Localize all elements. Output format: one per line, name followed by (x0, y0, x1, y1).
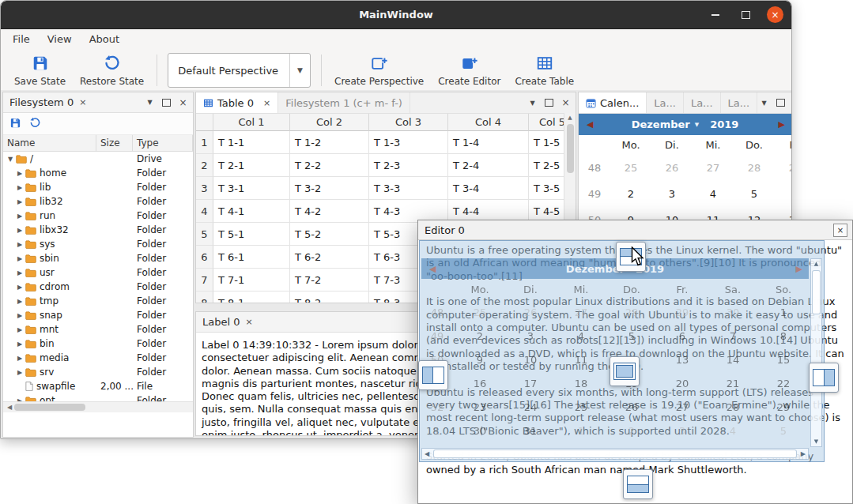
calendar-day[interactable]: 28 (734, 155, 775, 181)
tree-row[interactable]: ▼/Drive (3, 152, 193, 166)
create-table-button[interactable]: Create Table (508, 53, 581, 88)
tree-row[interactable]: ▶snapFolder (3, 308, 193, 322)
scrollbar-thumb[interactable] (567, 124, 574, 173)
save-state-button[interactable]: Save State (7, 53, 73, 88)
tree-collapsed-icon[interactable]: ▶ (15, 312, 25, 319)
table-cell[interactable]: T 5-1 (213, 223, 290, 246)
tab-filesystem-1[interactable]: Filesystem 1 (c+ m- f-) (278, 92, 410, 113)
calendar-day[interactable]: 3 (651, 181, 693, 207)
tree-row[interactable]: ▶mediaFolder (3, 351, 193, 365)
menu-about[interactable]: About (81, 29, 128, 50)
tree-collapsed-icon[interactable]: ▶ (15, 170, 25, 177)
table-column-header[interactable]: Col 4 (448, 114, 529, 131)
tree-row[interactable]: ▶usrFolder (3, 265, 193, 280)
calendar-year[interactable]: 2019 (710, 118, 738, 130)
tab-close-icon[interactable]: × (79, 97, 86, 107)
tree-row[interactable]: ▶srvFolder (3, 365, 193, 379)
tree-row[interactable]: ▶libx32Folder (3, 223, 193, 237)
dock-float-button[interactable] (160, 96, 173, 109)
close-button[interactable]: × (767, 6, 783, 23)
calendar-day[interactable]: 27 (693, 155, 734, 181)
titlebar[interactable]: MainWindow × (1, 1, 791, 29)
table-cell[interactable]: T 2-3 (369, 154, 448, 177)
tree-collapsed-icon[interactable]: ▶ (15, 255, 25, 262)
table-cell[interactable]: T 1-2 (290, 131, 369, 154)
editor-titlebar[interactable]: Editor 0 × (418, 220, 852, 240)
dock-float-button[interactable] (774, 96, 787, 110)
table-cell[interactable]: T 4-1 (213, 200, 290, 223)
table-row-number[interactable]: 5 (196, 223, 213, 246)
table-row-number[interactable]: 2 (196, 154, 213, 177)
table-cell[interactable]: T 8-1 (213, 291, 290, 303)
tree-row[interactable]: ▶optFolder (3, 393, 193, 401)
tree-collapsed-icon[interactable]: ▶ (15, 397, 25, 402)
tree-row[interactable]: ▶sbinFolder (3, 251, 193, 265)
table-cell[interactable]: T 5-2 (290, 223, 369, 246)
maximize-button[interactable] (737, 6, 754, 24)
table-column-header[interactable]: Col 2 (290, 114, 369, 131)
tree-row[interactable]: ▶lib32Folder (3, 194, 193, 209)
table-cell[interactable]: T 1-3 (369, 131, 448, 154)
calendar-day[interactable]: 6 (775, 181, 792, 207)
table-cell[interactable]: T 7-2 (290, 269, 369, 291)
next-month-button[interactable]: ▶ (779, 119, 785, 130)
table-cell[interactable]: T 1-4 (448, 131, 529, 154)
dock-menu-button[interactable]: ▼ (526, 96, 539, 110)
tree-collapsed-icon[interactable]: ▶ (15, 298, 25, 305)
calendar-day[interactable]: 26 (651, 155, 693, 181)
tree-expanded-icon[interactable]: ▼ (6, 156, 15, 163)
restore-state-button[interactable]: Restore State (73, 53, 151, 88)
tab-calendar[interactable]: Calen... (579, 92, 647, 113)
calendar-day[interactable]: 4 (693, 181, 734, 207)
table-column-header[interactable]: Col 3 (369, 114, 448, 131)
filesystem-dock-titlebar[interactable]: Filesystem 0 × ▼ × (3, 92, 193, 113)
table-cell[interactable]: T 3-2 (290, 177, 369, 200)
column-header-type[interactable]: Type (133, 135, 193, 151)
table-cell[interactable]: T 3-3 (369, 177, 448, 200)
tree-row[interactable]: ▶binFolder (3, 337, 193, 351)
tree-row[interactable]: ▶cdromFolder (3, 280, 193, 294)
tree-collapsed-icon[interactable]: ▶ (15, 184, 25, 191)
table-column-header[interactable]: Col 1 (213, 114, 290, 131)
tree-row[interactable]: ▶homeFolder (3, 166, 193, 180)
tree-row[interactable]: ▶sysFolder (3, 237, 193, 251)
scroll-left-icon[interactable]: ◀ (5, 404, 14, 411)
save-icon[interactable] (9, 117, 21, 131)
dock-close-button[interactable]: × (791, 96, 792, 110)
drop-indicator-right[interactable] (809, 363, 839, 393)
tree-collapsed-icon[interactable]: ▶ (15, 284, 25, 291)
tree-collapsed-icon[interactable]: ▶ (15, 198, 25, 205)
tree-row[interactable]: ▶runFolder (3, 209, 193, 223)
dock-close-button[interactable]: × (559, 96, 572, 110)
tab-close-icon[interactable]: × (245, 317, 252, 327)
calendar-day[interactable]: 25 (610, 155, 651, 181)
calendar-day[interactable]: 2 (610, 181, 651, 207)
calendar-month[interactable]: Dezember (632, 118, 690, 130)
table-cell[interactable]: T 2-2 (290, 154, 369, 177)
prev-month-button[interactable]: ◀ (587, 119, 593, 130)
restore-icon[interactable] (29, 117, 41, 131)
tab-close-icon[interactable]: × (263, 98, 270, 108)
drop-indicator-left[interactable] (418, 360, 448, 390)
tab-label-1[interactable]: La... (647, 92, 684, 113)
tree-row[interactable]: swapfile2,00 ...File (3, 379, 193, 393)
tree-collapsed-icon[interactable]: ▶ (15, 340, 25, 348)
tree-collapsed-icon[interactable]: ▶ (15, 369, 25, 376)
dock-float-button[interactable] (542, 96, 556, 110)
perspective-combobox[interactable]: Default Perspective ▼ (168, 53, 311, 88)
table-cell[interactable]: T 4-2 (290, 200, 369, 223)
tab-label-3[interactable]: La... (721, 92, 758, 113)
tree-collapsed-icon[interactable]: ▶ (15, 269, 25, 276)
drop-indicator-bottom[interactable] (623, 469, 653, 499)
tree-row[interactable]: ▶libFolder (3, 180, 193, 194)
drop-indicator-center[interactable] (610, 356, 640, 386)
dock-menu-button[interactable]: ▼ (757, 96, 771, 110)
calendar-day[interactable]: 29 (775, 155, 792, 181)
table-row-number[interactable]: 6 (196, 246, 213, 269)
table-cell[interactable]: T 1-1 (213, 131, 290, 154)
table-row-number[interactable]: 3 (196, 177, 213, 200)
tab-table-0[interactable]: Table 0 × (196, 92, 278, 113)
table-row-number[interactable]: 7 (196, 269, 213, 291)
table-cell[interactable]: T 8-2 (290, 291, 369, 303)
dock-close-button[interactable]: × (176, 96, 190, 109)
